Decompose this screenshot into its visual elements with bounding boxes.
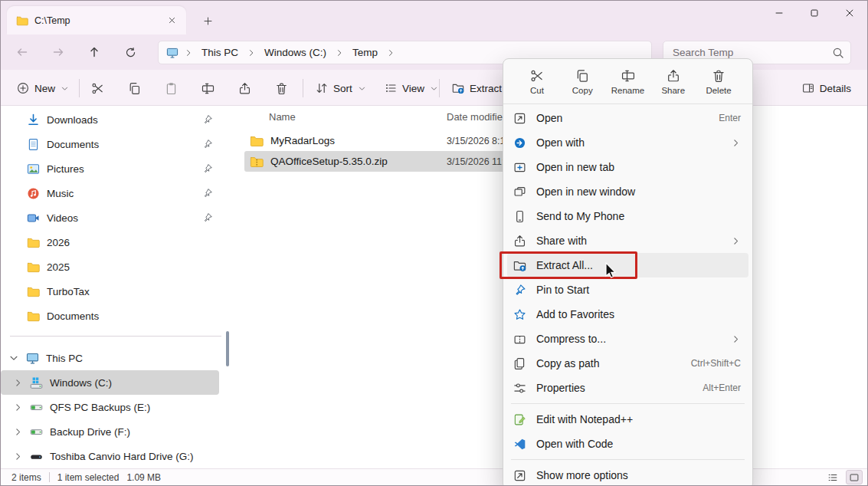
breadcrumb-temp[interactable]: Temp bbox=[349, 45, 381, 60]
breadcrumb-windows-c[interactable]: Windows (C:) bbox=[261, 45, 329, 60]
new-button[interactable]: New bbox=[10, 76, 76, 100]
pin-icon bbox=[202, 139, 213, 149]
this-pc-icon bbox=[26, 352, 39, 365]
sidebar-item-documents-2[interactable]: Documents bbox=[1, 304, 219, 328]
quick-copy-button[interactable]: Copy bbox=[561, 62, 604, 102]
chevron-down-icon[interactable] bbox=[8, 353, 19, 363]
folder-icon bbox=[27, 236, 40, 249]
view-button[interactable]: View bbox=[378, 76, 445, 100]
back-button[interactable] bbox=[9, 40, 35, 64]
file-explorer-window: C:\Temp This PC Windows (C:) Temp bbox=[0, 0, 868, 486]
share-button[interactable] bbox=[229, 76, 260, 100]
chevron-right-icon bbox=[731, 236, 741, 246]
copy-button[interactable] bbox=[119, 76, 149, 100]
extract-button-label: Extract bbox=[470, 83, 502, 94]
sidebar-item-2026[interactable]: 2026 bbox=[1, 230, 219, 254]
sidebar-item-label: Downloads bbox=[47, 114, 98, 126]
sidebar-item-this-pc[interactable]: This PC bbox=[1, 346, 219, 370]
new-tab-button[interactable] bbox=[198, 11, 217, 30]
quick-rename-button[interactable]: Rename bbox=[607, 62, 650, 102]
sort-button-label: Sort bbox=[333, 83, 352, 94]
details-button[interactable]: Details bbox=[795, 76, 858, 100]
menu-item-open-in-new-window[interactable]: Open in new window bbox=[507, 179, 748, 204]
chevron-right-icon[interactable] bbox=[386, 48, 395, 57]
minimize-button[interactable] bbox=[762, 1, 797, 25]
paste-button[interactable] bbox=[156, 76, 186, 100]
chevron-right-icon[interactable] bbox=[184, 48, 193, 57]
view-button-label: View bbox=[402, 83, 424, 94]
quick-share-button[interactable]: Share bbox=[652, 62, 695, 102]
menu-item-show-more-options[interactable]: Show more options bbox=[507, 463, 748, 486]
new-window-icon bbox=[513, 186, 526, 199]
chevron-right-icon[interactable] bbox=[13, 402, 23, 412]
menu-item-send-to-my-phone[interactable]: Send to My Phone bbox=[507, 204, 748, 228]
rename-button[interactable] bbox=[192, 76, 223, 100]
menu-item-edit-with-notepad-plus-plus[interactable]: Edit with Notepad++ bbox=[507, 407, 748, 432]
menu-item-label: Share with bbox=[536, 235, 587, 247]
quick-cut-button[interactable]: Cut bbox=[516, 62, 558, 102]
menu-item-share-with[interactable]: Share with bbox=[507, 228, 748, 253]
extract-toolbar-button[interactable]: Extract bbox=[445, 76, 509, 100]
sidebar-item-windows-c[interactable]: Windows (C:) bbox=[1, 370, 219, 395]
quick-delete-button[interactable]: Delete bbox=[697, 62, 740, 102]
sidebar-item-2025[interactable]: 2025 bbox=[1, 254, 219, 279]
menu-item-label: Open in new tab bbox=[536, 161, 614, 173]
menu-item-open-with[interactable]: Open with bbox=[507, 130, 748, 155]
mouse-cursor bbox=[604, 262, 620, 281]
large-icons-view-toggle[interactable] bbox=[846, 470, 863, 484]
menu-item-copy-as-path[interactable]: Copy as pathCtrl+Shift+C bbox=[507, 351, 748, 376]
cut-icon bbox=[530, 69, 544, 83]
sidebar-item-documents[interactable]: Documents bbox=[1, 132, 219, 156]
menu-item-properties[interactable]: PropertiesAlt+Enter bbox=[507, 376, 748, 400]
forward-icon bbox=[52, 46, 64, 58]
cut-button[interactable] bbox=[82, 76, 113, 100]
chevron-right-icon[interactable] bbox=[247, 48, 256, 57]
tab-close-button[interactable] bbox=[163, 12, 180, 29]
quick-action-label: Rename bbox=[611, 86, 644, 95]
sidebar-item-toshiba-canvio-g[interactable]: Toshiba Canvio Hard Drive (G:) bbox=[1, 444, 219, 468]
sidebar-item-music[interactable]: Music bbox=[1, 181, 219, 205]
menu-item-open-in-new-tab[interactable]: Open in new tab bbox=[507, 155, 748, 179]
phone-icon bbox=[513, 210, 526, 223]
details-view-toggle[interactable] bbox=[824, 470, 841, 484]
sidebar-item-videos[interactable]: Videos bbox=[1, 205, 219, 230]
refresh-button[interactable] bbox=[117, 40, 143, 64]
column-header-name[interactable]: Name bbox=[269, 111, 296, 123]
music-icon bbox=[27, 187, 40, 200]
details-button-label: Details bbox=[820, 83, 851, 94]
properties-icon bbox=[513, 382, 526, 395]
sidebar-item-downloads[interactable]: Downloads bbox=[1, 107, 219, 132]
menu-item-pin-to-start[interactable]: Pin to Start bbox=[507, 277, 748, 302]
forward-button[interactable] bbox=[45, 40, 71, 64]
chevron-right-icon[interactable] bbox=[13, 378, 23, 388]
close-button[interactable] bbox=[832, 1, 867, 25]
folder-icon bbox=[16, 15, 28, 27]
sidebar-item-label: 2025 bbox=[47, 261, 70, 273]
search-icon[interactable] bbox=[832, 47, 844, 59]
sidebar-scrollbar[interactable] bbox=[226, 331, 229, 366]
chevron-right-icon[interactable] bbox=[335, 48, 344, 57]
share-icon bbox=[667, 69, 680, 83]
sidebar-item-pictures[interactable]: Pictures bbox=[1, 156, 219, 181]
sidebar-item-turbotax[interactable]: TurboTax bbox=[1, 279, 219, 304]
sidebar-item-qfs-backups-e[interactable]: QFS PC Backups (E:) bbox=[1, 395, 219, 419]
menu-item-open-with-code[interactable]: Open with Code bbox=[507, 432, 748, 456]
sidebar-item-label: Documents bbox=[47, 139, 99, 150]
explorer-tab[interactable]: C:\Temp bbox=[7, 6, 186, 34]
delete-button[interactable] bbox=[266, 76, 296, 100]
column-header-date-modified[interactable]: Date modified bbox=[447, 111, 508, 123]
menu-item-compress-to[interactable]: Compress to... bbox=[507, 327, 748, 351]
up-button[interactable] bbox=[81, 40, 107, 64]
chevron-right-icon[interactable] bbox=[13, 452, 23, 461]
chevron-right-icon[interactable] bbox=[13, 427, 23, 437]
folder-icon bbox=[250, 134, 264, 148]
sort-button[interactable]: Sort bbox=[309, 76, 373, 100]
list-view-icon bbox=[827, 472, 838, 483]
menu-item-open[interactable]: OpenEnter bbox=[507, 106, 748, 130]
sidebar-item-backup-drive-f[interactable]: Backup Drive (F:) bbox=[1, 419, 219, 444]
menu-item-add-to-favorites[interactable]: Add to Favorites bbox=[507, 302, 748, 327]
breadcrumb-this-pc[interactable]: This PC bbox=[198, 45, 241, 60]
sidebar-item-label: TurboTax bbox=[47, 286, 90, 297]
maximize-button[interactable] bbox=[797, 1, 832, 25]
sidebar: Downloads Documents Pictures Music Video… bbox=[1, 106, 231, 468]
